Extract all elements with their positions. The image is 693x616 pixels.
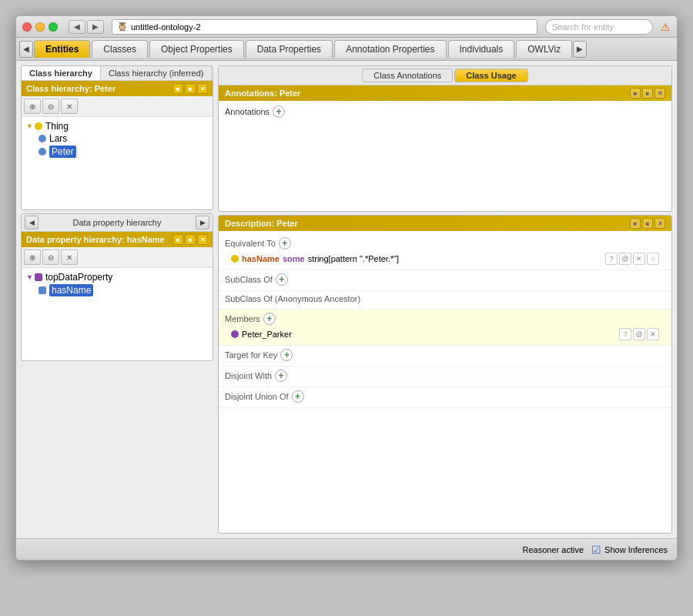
close-button[interactable]: [22, 22, 32, 32]
owl-icon: 🦉: [117, 22, 128, 32]
main-tabs-bar: ◀ Entities Classes Object Properties Dat…: [16, 38, 677, 61]
dp-nav-left[interactable]: ◀: [25, 216, 38, 229]
target-key-label: Target for Key: [225, 350, 277, 360]
dp-collapse-icon[interactable]: ■: [185, 234, 196, 245]
edit-member-icon[interactable]: @: [633, 328, 645, 340]
tab-classes[interactable]: Classes: [92, 40, 148, 58]
tree-item-top-data-property[interactable]: ▼ topDataProperty: [26, 271, 208, 283]
dp-toolbar: ⊕ ⊖ ✕: [22, 247, 213, 268]
add-dp-btn[interactable]: ⊕: [24, 249, 41, 265]
top-data-property-icon: [35, 273, 42, 281]
traffic-lights: [22, 22, 58, 32]
checkbox-icon: ☑: [591, 544, 601, 556]
sub-tab-class-usage[interactable]: Class Usage: [454, 69, 527, 82]
add-disjoint-button[interactable]: +: [275, 370, 287, 382]
add-target-key-button[interactable]: +: [280, 349, 293, 361]
right-panel: Class Annotations Class Usage Annotation…: [218, 65, 672, 534]
url-bar[interactable]: 🦉 untitled-ontology-2: [112, 19, 537, 35]
tab-individuals[interactable]: Individuals: [448, 40, 515, 58]
tabs-scroll-right[interactable]: ▶: [573, 41, 587, 58]
expand-icon[interactable]: ■: [172, 83, 183, 94]
tree-item-peter[interactable]: Peter: [38, 145, 208, 159]
remove-class-btn[interactable]: ✕: [61, 99, 78, 114]
members-label: Members: [225, 314, 260, 323]
tree-item-hasname[interactable]: hasName: [38, 283, 208, 297]
subclass-anon-row: SubClass Of (Anonymous Ancestor): [219, 291, 671, 310]
add-disjoint-union-button[interactable]: +: [292, 390, 304, 403]
tab-annotation-properties[interactable]: Annotation Properties: [334, 40, 446, 58]
disjoint-union-row: Disjoint Union Of +: [219, 387, 671, 408]
minimize-button[interactable]: [35, 22, 45, 32]
add-member-button[interactable]: +: [263, 313, 276, 325]
dp-nav-row: ◀ Data property hierarchy ▶: [22, 214, 213, 232]
search-bar[interactable]: Search for entity: [545, 19, 653, 35]
thing-dot-icon: [35, 122, 42, 130]
hasname-icon: [38, 286, 46, 294]
target-key-row: Target for Key +: [219, 346, 671, 367]
add-equivalent-button[interactable]: +: [279, 237, 291, 249]
add-class-btn[interactable]: ⊕: [24, 99, 41, 114]
help-equiv-icon[interactable]: ?: [605, 253, 618, 265]
tree-item-thing[interactable]: ▼ Thing: [26, 120, 208, 132]
tree-item-lars[interactable]: Lars: [38, 132, 208, 145]
tab-object-properties[interactable]: Object Properties: [149, 40, 244, 58]
sub-tab-class-annotations[interactable]: Class Annotations: [362, 69, 453, 82]
lars-label: Lars: [49, 133, 67, 144]
ann-close-icon[interactable]: ✕: [654, 88, 665, 99]
class-hierarchy-title: Class hierarchy: Peter ■ ■ ✕: [22, 81, 213, 96]
equivalent-to-value: hasName some string[pattern ".*Peter.*"]…: [225, 251, 665, 266]
dp-nav-right[interactable]: ▶: [196, 216, 209, 229]
data-property-panel: ◀ Data property hierarchy ▶ Data propert…: [21, 213, 213, 361]
content-area: Class hierarchy Class hierarchy (inferre…: [16, 61, 677, 538]
hierarchy-action-icons: ■ ■ ✕: [172, 83, 208, 94]
equivalent-dot-icon: [231, 255, 239, 263]
delete-member-icon[interactable]: ✕: [647, 328, 659, 340]
ann-collapse-icon[interactable]: ■: [642, 88, 653, 99]
desc-collapse-icon[interactable]: ■: [642, 218, 653, 229]
dp-tree-arrow-icon: ▼: [26, 273, 33, 281]
some-keyword: some: [283, 254, 305, 263]
peter-label: Peter: [49, 146, 76, 158]
disjoint-union-label: Disjoint Union Of: [225, 392, 289, 401]
add-annotation-button[interactable]: +: [273, 105, 285, 118]
circle-equiv-icon[interactable]: ○: [647, 253, 659, 265]
dp-hierarchy-title: Data property hierarchy: hasName ■ ■ ✕: [22, 232, 213, 247]
tab-class-hierarchy-inferred[interactable]: Class hierarchy (inferred): [101, 66, 212, 80]
delete-equiv-icon[interactable]: ✕: [633, 253, 645, 265]
show-inferences-toggle[interactable]: ☑ Show Inferences: [591, 544, 668, 556]
tab-owlviz[interactable]: OWLViz: [516, 40, 572, 58]
forward-button[interactable]: ▶: [87, 20, 104, 34]
desc-close-icon[interactable]: ✕: [654, 218, 665, 229]
ann-expand-icon[interactable]: ■: [630, 88, 641, 99]
peter-dot-icon: [38, 148, 46, 156]
thing-label: Thing: [45, 121, 69, 132]
remove-dp-btn[interactable]: ✕: [61, 249, 78, 265]
url-text: untitled-ontology-2: [131, 22, 201, 32]
tab-entities[interactable]: Entities: [34, 40, 90, 58]
hasname-keyword: hasName: [242, 254, 280, 263]
close-hierarchy-icon[interactable]: ✕: [197, 83, 208, 94]
desc-expand-icon[interactable]: ■: [630, 218, 641, 229]
dp-expand-icon[interactable]: ■: [172, 234, 183, 245]
help-member-icon[interactable]: ?: [619, 328, 631, 340]
nav-buttons: ◀ ▶: [69, 20, 104, 34]
tab-class-hierarchy[interactable]: Class hierarchy: [22, 66, 101, 80]
member-action-icons: ? @ ✕: [619, 328, 659, 340]
description-section-title: Description: Peter ■ ■ ✕: [219, 216, 671, 231]
add-subclass-btn[interactable]: ⊖: [42, 99, 59, 114]
add-sub-dp-btn[interactable]: ⊖: [42, 249, 59, 265]
maximize-button[interactable]: [49, 22, 58, 32]
subclass-of-label: SubClass Of: [225, 275, 273, 284]
back-button[interactable]: ◀: [69, 20, 85, 34]
tab-data-properties[interactable]: Data Properties: [246, 40, 333, 58]
description-content: Equivalent To + hasName some string[patt…: [219, 231, 671, 530]
dp-close-icon[interactable]: ✕: [197, 234, 208, 245]
edit-equiv-icon[interactable]: @: [619, 253, 631, 265]
subclass-of-row: SubClass Of +: [219, 270, 671, 291]
add-subclass-button[interactable]: +: [276, 273, 288, 286]
search-placeholder: Search for entity: [552, 22, 614, 32]
tabs-scroll-left[interactable]: ◀: [19, 41, 33, 58]
collapse-icon[interactable]: ■: [185, 83, 196, 94]
desc-section-icons: ■ ■ ✕: [630, 218, 665, 229]
equivalent-to-row: Equivalent To + hasName some string[patt…: [219, 234, 671, 270]
